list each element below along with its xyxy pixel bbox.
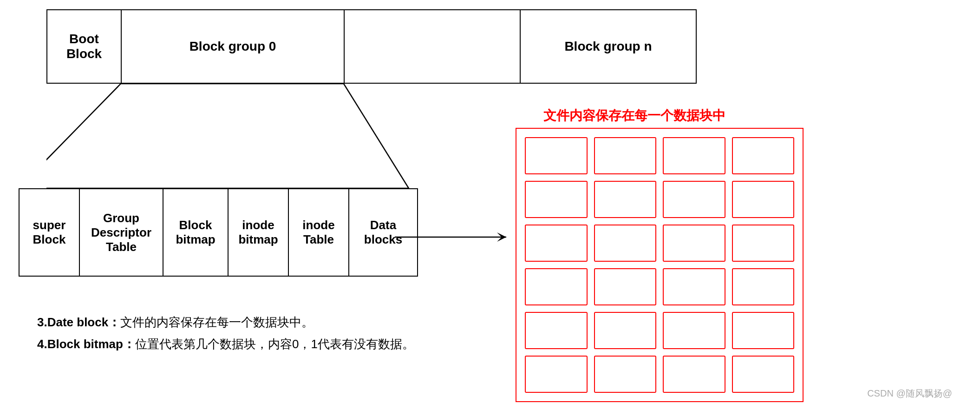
data-blocks-label: Data blocks: [353, 218, 413, 247]
note-1-bold: 3.Date block：: [37, 315, 120, 329]
data-cell-4: [732, 137, 795, 174]
block-group-0-cell: Block group 0: [122, 10, 345, 83]
data-cell-2: [594, 137, 657, 174]
data-cell-12: [732, 225, 795, 262]
dots-cell: [345, 10, 521, 83]
data-cell-7: [663, 181, 725, 218]
data-cell-10: [594, 225, 657, 262]
data-cell-24: [732, 356, 795, 393]
super-block-cell: super Block: [20, 189, 80, 276]
svg-marker-0: [46, 84, 409, 188]
bottom-detail-row: super Block Group Descriptor Table Block…: [19, 188, 418, 277]
inode-table-cell: inode Table: [289, 189, 349, 276]
boot-block-cell: Boot Block: [47, 10, 122, 83]
note-1-text: 文件的内容保存在每一个数据块中。: [120, 315, 314, 329]
top-filesystem-row: Boot Block Block group 0 Block group n: [46, 9, 697, 84]
data-cell-21: [525, 356, 588, 393]
data-cell-23: [663, 356, 725, 393]
diagram-container: Boot Block Block group 0 Block group n s…: [9, 5, 966, 404]
data-cell-3: [663, 137, 725, 174]
data-cell-6: [594, 181, 657, 218]
watermark: CSDN @随风飘扬@: [867, 387, 952, 400]
block-bitmap-cell: Block bitmap: [163, 189, 229, 276]
data-cell-13: [525, 268, 588, 305]
data-cell-5: [525, 181, 588, 218]
note-line-1: 3.Date block：文件的内容保存在每一个数据块中。: [37, 311, 414, 333]
data-cell-9: [525, 225, 588, 262]
block-group-0-label: Block group 0: [189, 39, 276, 54]
super-block-label: super Block: [33, 218, 66, 247]
grid-label: 文件内容保存在每一个数据块中: [543, 107, 725, 125]
block-group-n-cell: Block group n: [521, 10, 696, 83]
data-cell-16: [732, 268, 795, 305]
inode-table-label: inode Table: [302, 218, 334, 247]
connector-lines: [46, 84, 446, 191]
data-cell-17: [525, 312, 588, 349]
group-descriptor-cell: Group Descriptor Table: [80, 189, 163, 276]
note-2-text: 位置代表第几个数据块，内容0，1代表有没有数据。: [135, 337, 414, 351]
data-cell-22: [594, 356, 657, 393]
data-blocks-cell: Data blocks: [349, 189, 417, 276]
data-grid: [516, 128, 804, 402]
note-2-bold: 4.Block bitmap：: [37, 337, 135, 351]
block-group-n-label: Block group n: [564, 39, 652, 54]
note-line-2: 4.Block bitmap：位置代表第几个数据块，内容0，1代表有没有数据。: [37, 333, 414, 355]
data-cell-18: [594, 312, 657, 349]
notes-section: 3.Date block：文件的内容保存在每一个数据块中。 4.Block bi…: [37, 311, 414, 355]
data-cell-1: [525, 137, 588, 174]
group-descriptor-label: Group Descriptor Table: [91, 211, 151, 254]
data-cell-8: [732, 181, 795, 218]
inode-bitmap-cell: inode bitmap: [229, 189, 289, 276]
data-cell-19: [663, 312, 725, 349]
data-cell-14: [594, 268, 657, 305]
boot-block-label: Boot Block: [66, 32, 102, 61]
inode-bitmap-label: inode bitmap: [238, 218, 278, 247]
block-bitmap-label: Block bitmap: [176, 218, 215, 247]
data-cell-20: [732, 312, 795, 349]
svg-marker-2: [497, 232, 506, 242]
data-cell-15: [663, 268, 725, 305]
data-cell-11: [663, 225, 725, 262]
